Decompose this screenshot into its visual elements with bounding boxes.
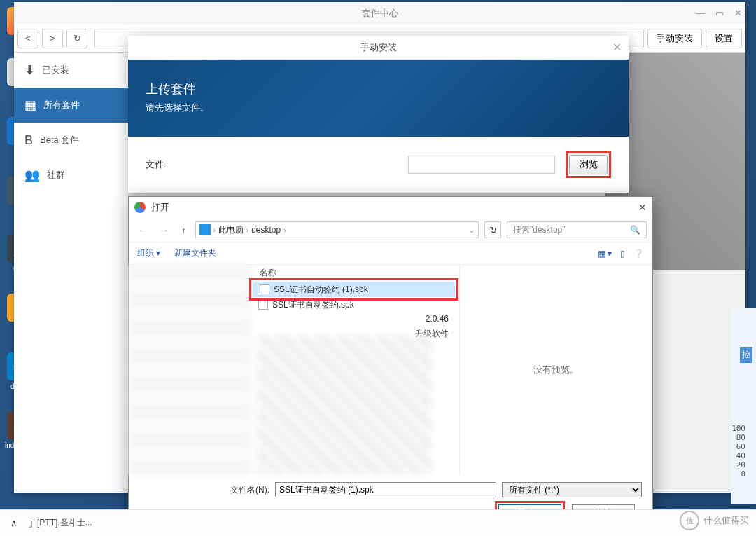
- settings-button[interactable]: 设置: [706, 29, 742, 48]
- help-icon[interactable]: ❔: [634, 249, 644, 259]
- banner-subtitle: 请先选择文件。: [146, 102, 611, 114]
- nav-forward-icon[interactable]: →: [156, 225, 172, 235]
- path-bar[interactable]: › 此电脑 › desktop › ⌄: [195, 221, 479, 238]
- path-refresh-button[interactable]: ↻: [484, 221, 501, 238]
- file-open-dialog: 打开 ✕ ← → ↑ › 此电脑 › desktop › ⌄ ↻ 搜索"desk…: [128, 196, 653, 532]
- banner-title: 上传套件: [146, 81, 611, 97]
- modal-header: 手动安装 ✕: [128, 36, 629, 60]
- search-icon: 🔍: [630, 225, 640, 235]
- modal-title: 手动安装: [360, 42, 397, 53]
- preview-pane-icon[interactable]: ▯: [620, 249, 625, 259]
- column-header-name[interactable]: 名称: [251, 265, 459, 280]
- sidebar: ⬇已安装 ▦所有套件 BBeta 套件 👥社群: [14, 53, 128, 493]
- file-row[interactable]: SSL证书自动签约.spk: [251, 297, 459, 312]
- nav-back-icon[interactable]: ←: [134, 225, 150, 235]
- filename-input[interactable]: [275, 482, 496, 497]
- back-button[interactable]: <: [18, 29, 38, 48]
- file-name: SSL证书自动签约.spk: [272, 299, 354, 311]
- taskbar: ∧ ▯ [PTT].圣斗士...: [0, 509, 756, 536]
- chevron-down-icon[interactable]: ⌄: [469, 226, 475, 234]
- browse-button[interactable]: 浏览: [569, 155, 608, 174]
- dialog-close-icon[interactable]: ✕: [638, 202, 647, 213]
- modal-close-icon[interactable]: ✕: [612, 36, 622, 60]
- file-path-input[interactable]: [408, 156, 555, 174]
- grid-icon: ▦: [24, 97, 36, 113]
- preview-pane: 没有预览。: [460, 265, 652, 475]
- maximize-icon[interactable]: ▭: [715, 2, 724, 25]
- file-icon: [260, 284, 270, 294]
- blurred-content: [257, 335, 432, 475]
- filename-label: 文件名(N):: [230, 484, 270, 496]
- refresh-button[interactable]: ↻: [66, 29, 88, 48]
- new-folder-button[interactable]: 新建文件夹: [174, 247, 216, 259]
- right-panel-label: 控: [740, 347, 752, 363]
- view-menu-icon[interactable]: ▦ ▾: [598, 249, 612, 259]
- organize-menu[interactable]: 组织 ▾: [137, 247, 160, 259]
- dialog-title: 打开: [151, 201, 169, 214]
- window-titlebar: 套件中心 — ▭ ✕: [14, 2, 746, 25]
- dialog-search-input[interactable]: 搜索"desktop" 🔍: [507, 221, 647, 238]
- watermark: 值 什么值得买: [680, 511, 749, 530]
- beta-icon: B: [24, 133, 33, 148]
- watermark-text: 什么值得买: [704, 514, 749, 527]
- sidebar-item-all[interactable]: ▦所有套件: [14, 88, 128, 123]
- document-icon: ▯: [28, 518, 33, 528]
- chrome-icon: [134, 202, 146, 213]
- axis-numbers: 100 80 60 40 20 0: [732, 424, 746, 479]
- manual-install-modal: 手动安装 ✕ 上传套件 请先选择文件。 文件: 浏览: [128, 36, 629, 193]
- taskbar-expand[interactable]: ∧: [10, 518, 18, 528]
- close-icon[interactable]: ✕: [734, 2, 742, 25]
- download-icon: ⬇: [24, 62, 35, 78]
- forward-button[interactable]: >: [42, 29, 63, 48]
- manual-install-button[interactable]: 手动安装: [648, 29, 702, 48]
- sidebar-item-beta[interactable]: BBeta 套件: [14, 123, 128, 158]
- breadcrumb-root[interactable]: 此电脑: [218, 224, 244, 236]
- filetype-select[interactable]: 所有文件 (*.*): [502, 482, 642, 497]
- nav-up-icon[interactable]: ↑: [178, 225, 190, 235]
- taskbar-item[interactable]: ▯ [PTT].圣斗士...: [28, 517, 92, 529]
- file-row[interactable]: SSL证书自动签约 (1).spk: [253, 282, 455, 297]
- watermark-badge: 值: [680, 511, 699, 530]
- sidebar-item-installed[interactable]: ⬇已安装: [14, 53, 128, 88]
- people-icon: 👥: [24, 167, 40, 183]
- pc-icon: [200, 224, 211, 235]
- file-name: SSL证书自动签约 (1).spk: [274, 284, 368, 296]
- breadcrumb-folder[interactable]: desktop: [251, 225, 281, 235]
- file-list: 名称 SSL证书自动签约 (1).spk SSL证书自动签约.spk 2.0.4…: [251, 265, 460, 475]
- window-title: 套件中心: [362, 8, 398, 18]
- file-label: 文件:: [146, 158, 167, 171]
- modal-banner: 上传套件 请先选择文件。: [128, 60, 629, 137]
- sidebar-item-community[interactable]: 👥社群: [14, 158, 128, 193]
- file-icon: [258, 300, 268, 310]
- minimize-icon[interactable]: —: [696, 2, 705, 25]
- folder-tree[interactable]: [129, 265, 251, 475]
